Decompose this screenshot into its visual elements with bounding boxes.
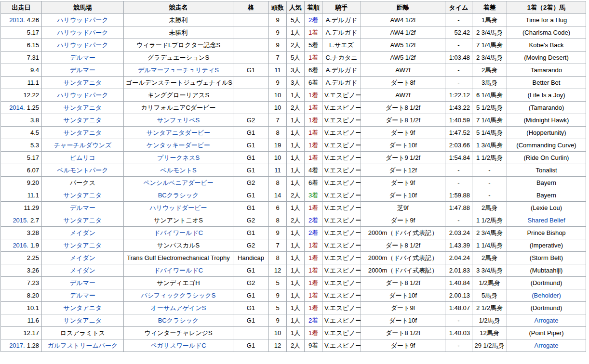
- race-date-cell: 5.17: [1, 26, 42, 39]
- winner-cell: (Dortmund): [507, 302, 586, 314]
- year-link[interactable]: 2015.: [13, 217, 28, 224]
- year-link[interactable]: 2016.: [13, 242, 28, 249]
- race-name-link[interactable]: ペガサスワールドC: [150, 342, 206, 349]
- course-link[interactable]: サンタアニタ: [64, 79, 102, 86]
- course-link[interactable]: サンタアニタ: [64, 217, 102, 224]
- table-row: 3.8サンタアニタサンフェリペSG271人1着V.エスピノーザダート8 1/2f…: [1, 114, 586, 127]
- margin-text: 2 1/2馬身: [476, 304, 503, 312]
- course-link[interactable]: デルマー: [70, 292, 95, 299]
- year-link[interactable]: 2014.: [9, 104, 25, 111]
- time-cell: 1.43.39: [445, 239, 472, 252]
- heads-cell: 14: [269, 189, 287, 202]
- course-link[interactable]: デルマー: [70, 204, 95, 211]
- race-name-link[interactable]: パシフィッククラシックS: [141, 292, 215, 299]
- race-name-link[interactable]: デルマーフューチュリティS: [138, 66, 219, 74]
- race-name-link[interactable]: BCクラシック: [158, 317, 199, 324]
- winner-link[interactable]: Arrogate: [535, 317, 559, 324]
- heads-text: 7: [276, 54, 279, 61]
- year-link[interactable]: 2017.: [9, 342, 25, 349]
- margin-cell: 6 1/4馬身: [472, 89, 507, 102]
- race-name-link[interactable]: サンタアニタダービー: [147, 129, 210, 136]
- race-name-link[interactable]: ペンシルベニアダービー: [143, 179, 214, 186]
- winner-cell: Tonalist: [507, 164, 586, 177]
- race-date-cell: 9.4: [1, 64, 42, 77]
- course-link[interactable]: サンタアニタ: [64, 117, 102, 124]
- grade-text: G2: [247, 217, 255, 224]
- winner-link[interactable]: Shared Belief: [527, 217, 565, 224]
- winner-text: (Dortmund): [531, 279, 562, 286]
- heads-cell: 9: [269, 314, 287, 327]
- race-name-link[interactable]: ベルモントS: [160, 167, 196, 174]
- distance-text: ダート9 1/2f: [386, 154, 420, 161]
- race-name-cell: サンパスカルS: [124, 239, 233, 252]
- race-name-link[interactable]: ケンタッキーダービー: [147, 142, 210, 149]
- distance-text: AW4 1/2f: [390, 29, 416, 36]
- grade-cell: G2: [233, 177, 269, 189]
- jockey-text: A.デルガド: [326, 79, 358, 86]
- course-link[interactable]: サンタアニタ: [64, 129, 102, 136]
- heads-text: 11: [274, 66, 281, 74]
- course-link[interactable]: ベルモントパーク: [57, 167, 108, 174]
- race-name-link[interactable]: プリークネスS: [157, 154, 200, 161]
- course-link[interactable]: サンタアニタ: [64, 304, 102, 312]
- jockey-cell: V.エスピノーザ: [322, 314, 361, 327]
- winner-link[interactable]: Arrogate: [535, 342, 559, 349]
- course-link[interactable]: メイダン: [70, 254, 95, 261]
- race-date-cell: 11.6: [1, 314, 42, 327]
- course-link[interactable]: サンタアニタ: [64, 242, 102, 249]
- margin-text: 2馬身: [482, 204, 497, 211]
- course-link[interactable]: メイダン: [70, 229, 95, 236]
- course-link[interactable]: デルマー: [70, 66, 95, 74]
- winner-cell: Arrogate: [507, 314, 586, 327]
- course-cell: ハリウッドパーク: [42, 26, 124, 39]
- race-name-link[interactable]: BCクラシック: [158, 192, 199, 199]
- course-link[interactable]: サンタアニタ: [64, 104, 102, 111]
- grade-text: G1: [247, 154, 255, 161]
- course-link[interactable]: ハリウッドパーク: [57, 91, 108, 99]
- heads-text: 8: [276, 129, 279, 136]
- col-time: タイム: [445, 1, 472, 14]
- course-link[interactable]: ピムリコ: [70, 154, 95, 161]
- grade-text: G1: [247, 167, 255, 174]
- course-link[interactable]: デルマー: [70, 279, 95, 286]
- course-link[interactable]: ハリウッドパーク: [57, 41, 108, 49]
- race-name-text: ゴールデンステートジュヴェナイルS: [126, 79, 232, 86]
- table-row: 2.25メイダンTrans Gulf Electromechanical Tro…: [1, 252, 586, 264]
- course-link[interactable]: メイダン: [70, 267, 95, 274]
- race-name-link[interactable]: ドバイワールドC: [154, 267, 203, 274]
- grade-cell: G2: [233, 277, 269, 289]
- race-name-cell: グラデュエーションS: [124, 52, 233, 64]
- time-cell: 2:03.66: [445, 139, 472, 152]
- winner-link[interactable]: (Beholder): [532, 292, 561, 299]
- course-link[interactable]: ハリウッドパーク: [57, 16, 108, 24]
- course-link[interactable]: サンタアニタ: [64, 192, 102, 199]
- finish-cell: 1着: [305, 302, 322, 314]
- course-link[interactable]: ハリウッドパーク: [57, 29, 108, 36]
- course-link[interactable]: デルマー: [70, 54, 95, 61]
- distance-text: ダート10f: [389, 192, 417, 199]
- grade-cell: G1: [233, 264, 269, 277]
- course-link[interactable]: ガルフストリームパーク: [48, 342, 118, 349]
- popularity-text: 2人: [291, 192, 300, 199]
- race-name-text: サンパスカルS: [157, 242, 200, 249]
- race-name-link[interactable]: オーサムアゲインS: [151, 304, 206, 312]
- race-name-link[interactable]: サンフェリペS: [157, 117, 200, 124]
- popularity-text: 1人: [291, 329, 300, 337]
- grade-text: G1: [247, 292, 255, 299]
- finish-text: 1着: [308, 242, 318, 249]
- table-row: 5.17ハリウッドパーク未勝利91人1着A.デルガドAW4 1/2f52.422…: [1, 26, 586, 39]
- heads-text: 7: [276, 117, 279, 124]
- race-name-link[interactable]: ドバイワールドC: [154, 229, 203, 236]
- heads-text: 10: [274, 91, 281, 99]
- course-link[interactable]: チャーチルダウンズ: [54, 142, 111, 149]
- winner-text: (Life Is a Joy): [527, 91, 565, 99]
- grade-cell: G1: [233, 139, 269, 152]
- popularity-cell: 1人: [287, 26, 305, 39]
- distance-cell: ダート8 1/2f: [361, 102, 445, 114]
- year-link[interactable]: 2013.: [9, 16, 25, 24]
- finish-text: 2着: [308, 217, 318, 224]
- distance-cell: ダート9f: [361, 127, 445, 139]
- race-name-link[interactable]: ハリウッドダービー: [149, 204, 207, 211]
- course-link[interactable]: サンタアニタ: [64, 317, 102, 324]
- grade-cell: G1: [233, 127, 269, 139]
